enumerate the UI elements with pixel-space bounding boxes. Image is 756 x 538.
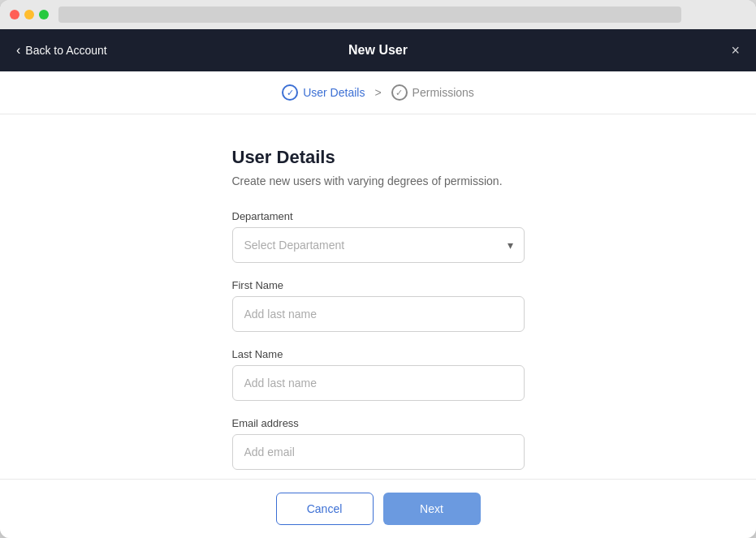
stepper-chevron-icon: > (374, 86, 381, 99)
back-to-account-link[interactable]: ‹ Back to Account (16, 43, 107, 58)
url-bar (58, 6, 681, 23)
department-label: Departament (232, 210, 525, 222)
first-name-group: First Name (232, 279, 525, 332)
email-input[interactable] (232, 434, 525, 470)
last-name-group: Last Name (232, 348, 525, 401)
back-arrow-icon: ‹ (16, 43, 20, 58)
step-user-details[interactable]: ✓ User Details (282, 84, 365, 101)
traffic-lights (10, 10, 49, 19)
cancel-button[interactable]: Cancel (276, 493, 374, 525)
maximize-traffic-light[interactable] (39, 10, 49, 19)
stepper: ✓ User Details > ✓ Permissions (0, 71, 756, 114)
first-name-input[interactable] (232, 296, 525, 332)
back-link-label: Back to Account (25, 44, 106, 57)
next-button[interactable]: Next (383, 493, 481, 525)
email-group: Email address (232, 417, 525, 470)
form-section-description: Create new users with varying degrees of… (232, 174, 525, 187)
close-traffic-light[interactable] (10, 10, 19, 19)
app-header: ‹ Back to Account New User × (0, 29, 756, 71)
header-title: New User (348, 43, 408, 58)
step1-check-icon: ✓ (282, 84, 298, 101)
step1-label: User Details (303, 86, 365, 99)
title-bar (0, 0, 756, 29)
department-select[interactable]: Select Departament Engineering Marketing… (232, 227, 525, 263)
main-content: User Details Create new users with varyi… (0, 114, 756, 479)
close-button[interactable]: × (731, 43, 740, 58)
department-select-wrapper: Select Departament Engineering Marketing… (232, 227, 525, 263)
last-name-label: Last Name (232, 348, 525, 360)
step2-check-icon: ✓ (391, 84, 408, 101)
department-group: Departament Select Departament Engineeri… (232, 210, 525, 263)
step-permissions[interactable]: ✓ Permissions (391, 84, 474, 101)
form-footer: Cancel Next (0, 479, 756, 538)
last-name-input[interactable] (232, 365, 525, 401)
step2-label: Permissions (413, 86, 474, 99)
form-section-title: User Details (232, 147, 525, 168)
first-name-label: First Name (232, 279, 525, 291)
email-label: Email address (232, 417, 525, 429)
form-container: User Details Create new users with varyi… (216, 147, 541, 470)
app-window: ‹ Back to Account New User × ✓ User Deta… (0, 0, 756, 538)
minimize-traffic-light[interactable] (24, 10, 34, 19)
